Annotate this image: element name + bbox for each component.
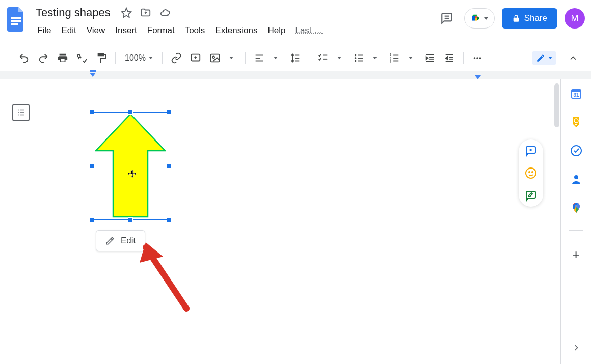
- cloud-status-icon[interactable]: [158, 6, 172, 19]
- ruler-indent-left-icon[interactable]: [90, 70, 97, 80]
- align-caret[interactable]: [267, 49, 284, 67]
- header-right: Share M: [437, 4, 585, 29]
- side-panel: 31 +: [560, 79, 591, 364]
- checklist-button[interactable]: [314, 49, 332, 67]
- menu-format[interactable]: Format: [143, 23, 179, 38]
- add-comment-float-button[interactable]: [525, 145, 537, 157]
- star-icon[interactable]: [120, 6, 133, 19]
- move-folder-icon[interactable]: [139, 6, 152, 19]
- resize-handle-br[interactable]: [167, 217, 172, 222]
- meet-caret-icon: [484, 17, 488, 20]
- collapse-toolbar-button[interactable]: [565, 49, 582, 67]
- menu-edit[interactable]: Edit: [57, 23, 80, 38]
- maps-app-icon[interactable]: [570, 202, 582, 214]
- resize-handle-r[interactable]: [167, 163, 172, 169]
- svg-point-62: [575, 205, 577, 208]
- tasks-app-icon[interactable]: [570, 145, 582, 157]
- svg-rect-21: [358, 54, 363, 55]
- svg-rect-1: [11, 20, 21, 22]
- edit-chip-label: Edit: [121, 236, 136, 246]
- svg-point-60: [574, 175, 578, 179]
- hide-side-panel-button[interactable]: [570, 342, 582, 354]
- floating-tools: [519, 139, 543, 207]
- edit-drawing-button[interactable]: Edit: [96, 230, 145, 251]
- resize-handle-tr[interactable]: [167, 109, 172, 115]
- docs-logo-icon[interactable]: [6, 6, 26, 33]
- svg-point-20: [355, 60, 357, 62]
- svg-point-38: [474, 57, 476, 59]
- checklist-caret[interactable]: [331, 49, 348, 67]
- scrollbar-thumb[interactable]: [554, 83, 559, 127]
- document-area[interactable]: Edit: [0, 79, 560, 364]
- calendar-app-icon[interactable]: 31: [570, 88, 582, 100]
- svg-point-18: [355, 54, 357, 56]
- increase-indent-button[interactable]: [441, 49, 458, 67]
- resize-handle-tl[interactable]: [89, 109, 94, 115]
- svg-rect-0: [11, 17, 21, 19]
- get-addons-button[interactable]: +: [572, 247, 580, 263]
- lock-icon: [512, 14, 520, 22]
- redo-button[interactable]: [35, 49, 52, 67]
- selected-shape[interactable]: [92, 112, 169, 220]
- menu-insert[interactable]: Insert: [111, 23, 142, 38]
- document-title[interactable]: Testing shapes: [33, 5, 114, 20]
- menu-view[interactable]: View: [82, 23, 110, 38]
- suggest-edits-button[interactable]: [525, 189, 537, 202]
- last-edit-link[interactable]: Last …: [295, 25, 323, 36]
- svg-rect-2: [11, 23, 18, 25]
- resize-handle-l[interactable]: [89, 163, 94, 169]
- contacts-app-icon[interactable]: [570, 173, 582, 185]
- selection-box: [92, 112, 169, 220]
- svg-rect-22: [358, 58, 363, 59]
- vertical-scrollbar[interactable]: [553, 79, 560, 364]
- resize-handle-b[interactable]: [128, 217, 133, 222]
- resize-handle-t[interactable]: [128, 109, 133, 115]
- menu-file[interactable]: File: [33, 23, 56, 38]
- more-tools-button[interactable]: [469, 49, 486, 67]
- resize-handle-bl[interactable]: [89, 217, 94, 222]
- editing-mode-button[interactable]: [532, 51, 556, 65]
- meet-button[interactable]: [464, 8, 495, 29]
- svg-rect-23: [358, 60, 363, 61]
- move-cursor-icon: [127, 169, 138, 179]
- svg-point-40: [479, 57, 481, 59]
- paint-format-button[interactable]: [93, 49, 110, 67]
- ruler[interactable]: [0, 71, 591, 79]
- comment-history-icon[interactable]: [437, 8, 457, 29]
- svg-point-52: [532, 172, 533, 173]
- keep-app-icon[interactable]: [570, 116, 582, 128]
- insert-image-button[interactable]: [206, 49, 224, 67]
- insert-link-button[interactable]: [168, 49, 185, 67]
- annotation-arrow-icon: [136, 242, 197, 314]
- document-outline-button[interactable]: [12, 104, 30, 121]
- svg-rect-57: [575, 124, 577, 125]
- menu-bar: File Edit View Insert Format Tools Exten…: [33, 22, 437, 39]
- decrease-indent-button[interactable]: [421, 49, 439, 67]
- svg-point-51: [529, 172, 530, 173]
- menu-tools[interactable]: Tools: [180, 23, 210, 38]
- numbered-list-caret[interactable]: [402, 49, 419, 67]
- align-button[interactable]: [251, 49, 268, 67]
- zoom-select[interactable]: 100%: [121, 53, 157, 63]
- svg-text:31: 31: [573, 92, 579, 98]
- bulleted-list-button[interactable]: [350, 49, 367, 67]
- numbered-list-button[interactable]: 123: [386, 49, 403, 67]
- spellcheck-button[interactable]: [73, 49, 91, 67]
- svg-point-59: [571, 146, 581, 156]
- add-comment-button[interactable]: [187, 49, 204, 67]
- line-spacing-button[interactable]: [286, 49, 304, 67]
- print-button[interactable]: [54, 49, 71, 67]
- menu-extensions[interactable]: Extensions: [210, 23, 262, 38]
- side-panel-divider: [569, 230, 583, 231]
- share-button[interactable]: Share: [502, 8, 557, 29]
- svg-point-19: [355, 57, 357, 59]
- canvas-wrap: Edit 31 +: [0, 79, 591, 364]
- avatar[interactable]: M: [565, 8, 585, 29]
- menu-help[interactable]: Help: [263, 23, 290, 38]
- insert-image-caret[interactable]: [223, 49, 240, 67]
- emoji-react-button[interactable]: [525, 167, 537, 179]
- undo-button[interactable]: [15, 49, 33, 67]
- svg-text:3: 3: [390, 60, 392, 63]
- bulleted-list-caret[interactable]: [366, 49, 384, 67]
- share-label: Share: [524, 13, 547, 23]
